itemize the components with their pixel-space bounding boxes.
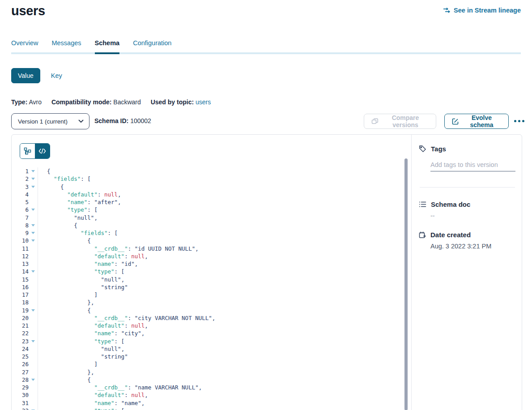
code-line: 14"type": [ — [12, 268, 411, 275]
code-text: "null", — [38, 345, 124, 353]
code-text: "name": "id", — [38, 260, 138, 268]
line-number: 29 — [12, 384, 29, 391]
compare-versions-button[interactable]: Compare versions — [364, 114, 436, 129]
schema-id-label: Schema ID: — [94, 117, 128, 124]
value-tab-button[interactable]: Value — [11, 68, 40, 83]
code-line: 23"type": [ — [12, 337, 411, 345]
code-text: { — [38, 307, 91, 314]
evolve-schema-button[interactable]: Evolve schema — [444, 114, 509, 129]
code-line: 9"fields": [ — [12, 229, 411, 237]
evolve-schema-label: Evolve schema — [462, 114, 501, 128]
code-text: "string" — [38, 353, 128, 360]
line-number: 4 — [12, 191, 29, 198]
line-number: 26 — [12, 360, 29, 368]
tree-view-button[interactable] — [20, 144, 35, 158]
code-line: 3{ — [12, 183, 411, 191]
line-number: 13 — [12, 260, 29, 268]
compare-versions-label: Compare versions — [382, 114, 429, 128]
collapse-caret-icon[interactable] — [31, 340, 35, 342]
line-number: 17 — [12, 291, 29, 299]
page-title: users — [11, 4, 45, 18]
date-created-title: Date created — [430, 231, 471, 239]
line-number: 20 — [12, 314, 29, 322]
collapse-caret-icon[interactable] — [31, 170, 35, 172]
code-text: "__crdb__": "city VARCHAR NOT NULL", — [38, 314, 215, 322]
collapse-caret-icon[interactable] — [31, 232, 35, 234]
collapse-caret-icon[interactable] — [31, 186, 35, 188]
add-tags-input[interactable] — [430, 158, 515, 171]
code-text: "default": null, — [38, 252, 148, 260]
code-line: 7"null", — [12, 214, 411, 222]
code-editor[interactable]: 1{2"fields": [3{4"default": null,5"name"… — [12, 167, 411, 410]
schema-id-row: Schema ID: 100002 — [94, 117, 151, 124]
line-number: 19 — [12, 307, 29, 314]
compatibility-label: Compatibility mode: — [51, 98, 112, 106]
line-number: 9 — [12, 229, 29, 237]
code-line: 17] — [12, 291, 411, 299]
code-line: 30"default": null, — [12, 391, 411, 399]
line-number: 10 — [12, 237, 29, 244]
code-text: "default": null, — [38, 191, 121, 198]
collapse-caret-icon[interactable] — [31, 270, 35, 273]
code-text: { — [38, 222, 77, 229]
collapse-caret-icon[interactable] — [31, 224, 35, 226]
compare-versions-icon — [371, 118, 379, 124]
line-number: 18 — [12, 299, 29, 306]
code-lines: 1{2"fields": [3{4"default": null,5"name"… — [12, 167, 411, 410]
date-created-section-header: Date created — [419, 231, 471, 239]
topic-link[interactable]: users — [196, 98, 211, 106]
line-number: 25 — [12, 353, 29, 360]
collapse-caret-icon[interactable] — [31, 379, 35, 381]
tag-icon — [419, 145, 426, 153]
tab-schema[interactable]: Schema — [95, 39, 120, 54]
code-line: 24"null", — [12, 345, 411, 353]
code-text: "string" — [38, 283, 128, 291]
collapse-caret-icon[interactable] — [31, 178, 35, 180]
collapse-caret-icon[interactable] — [31, 209, 35, 211]
collapse-caret-icon[interactable] — [31, 239, 35, 242]
line-number: 12 — [12, 252, 29, 260]
code-line: 2"fields": [ — [12, 175, 411, 183]
tab-configuration[interactable]: Configuration — [133, 39, 171, 52]
line-number: 27 — [12, 368, 29, 376]
code-text: "name": "after", — [38, 198, 121, 206]
line-number: 24 — [12, 345, 29, 353]
date-created-value: Aug. 3 2022 3:21 PM — [430, 243, 491, 250]
line-number: 15 — [12, 276, 29, 283]
schema-panel: 1{2"fields": [3{4"default": null,5"name"… — [11, 134, 522, 410]
tab-overview[interactable]: Overview — [11, 39, 38, 52]
key-tab-link[interactable]: Key — [51, 72, 62, 79]
code-scrollbar[interactable] — [404, 158, 408, 410]
sidebar-divider — [420, 187, 515, 188]
line-number: 21 — [12, 322, 29, 329]
tab-messages[interactable]: Messages — [51, 39, 81, 52]
calendar-plus-icon — [419, 231, 426, 239]
view-toggle — [20, 143, 50, 159]
code-view-button[interactable] — [35, 144, 50, 158]
code-line: 8{ — [12, 222, 411, 229]
edit-schema-icon — [452, 118, 459, 125]
code-line: 10{ — [12, 237, 411, 244]
line-number: 32 — [12, 407, 29, 410]
code-text: "type": [ — [38, 337, 124, 345]
code-text: ] — [38, 291, 98, 299]
version-dropdown[interactable]: Version 1 (current) — [11, 113, 89, 129]
line-number: 30 — [12, 391, 29, 399]
code-text: "default": null, — [38, 391, 148, 399]
more-options-button[interactable] — [513, 117, 525, 125]
code-text: "null", — [38, 214, 98, 222]
code-text: "default": null, — [38, 322, 148, 329]
collapse-caret-icon[interactable] — [31, 309, 35, 312]
type-label: Type: — [11, 98, 27, 106]
code-text: { — [38, 376, 91, 384]
code-line: 26] — [12, 360, 411, 368]
version-dropdown-value: Version 1 (current) — [18, 118, 78, 125]
code-text: "type": [ — [38, 407, 124, 410]
code-line: 5"name": "after", — [12, 198, 411, 206]
line-number: 8 — [12, 222, 29, 229]
line-number: 5 — [12, 198, 29, 206]
line-number: 14 — [12, 268, 29, 275]
code-line: 15"null", — [12, 276, 411, 283]
stream-lineage-link[interactable]: See in Stream lineage — [443, 7, 521, 14]
schema-sidebar: Tags Schema doc -- — [411, 135, 523, 410]
